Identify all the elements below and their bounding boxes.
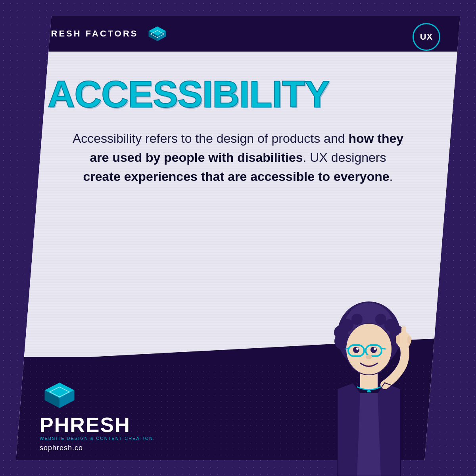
footer-url: sophresh.co [40,444,83,452]
desc-part1: Accessibility refers to the design of pr… [73,131,348,146]
svg-point-25 [370,347,377,353]
footer-logo-icon [40,381,79,413]
svg-line-23 [382,348,386,349]
brand-phresh: PHRESH [36,29,82,38]
svg-point-16 [351,314,363,325]
description-text: Accessibility refers to the design of pr… [69,129,407,186]
desc-part2: . UX designers [303,150,386,165]
svg-point-14 [341,319,353,332]
brand-factors: FACTORS [82,29,138,38]
header-bar: PHRESH FACTORS UX [16,16,460,52]
svg-rect-33 [396,335,400,344]
header-logo-icon [146,25,168,43]
outer-container: PHRESH FACTORS UX ACCESSIBILITY Accessib… [0,0,476,476]
footer-brand-name: PHRESH [40,415,131,435]
brand-title: PHRESH FACTORS [36,29,138,39]
svg-point-27 [374,347,376,350]
svg-point-15 [384,319,397,332]
footer-tagline: WEBSITE DESIGN & CONTENT CREATION. [40,436,155,441]
svg-rect-34 [407,336,411,344]
svg-point-28 [366,355,372,359]
svg-point-24 [353,347,359,353]
svg-point-17 [375,314,386,325]
svg-rect-32 [401,326,406,343]
svg-point-26 [356,347,359,350]
desc-bold2: create experiences that are accessible t… [83,169,390,184]
retro-woman-illustration [301,298,436,476]
ux-badge: UX [413,23,440,51]
phresh-logo-area: PHRESH WEBSITE DESIGN & CONTENT CREATION… [40,381,155,452]
page-title: ACCESSIBILITY [48,75,428,113]
desc-end: . [390,169,393,184]
